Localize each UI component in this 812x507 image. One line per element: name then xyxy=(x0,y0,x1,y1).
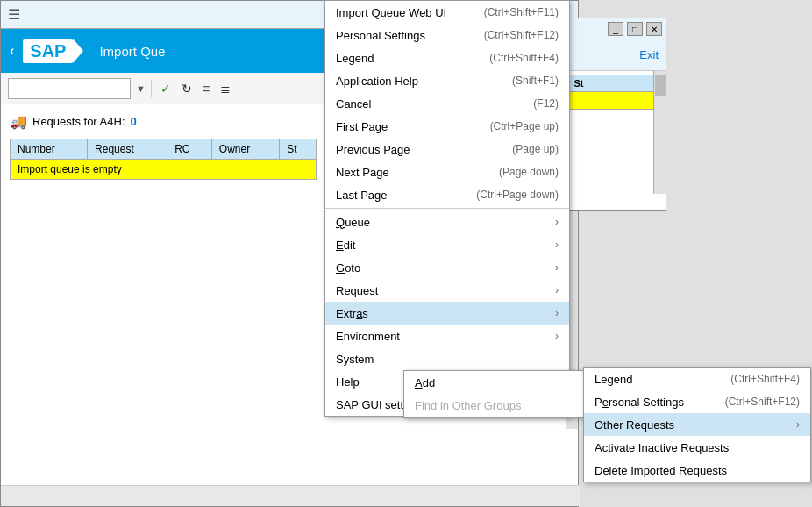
menu-label: Legend xyxy=(336,52,472,65)
menu-item-next-page[interactable]: Next Page (Page down) xyxy=(325,161,569,183)
submenu-label: Delete Imported Requests xyxy=(595,464,727,477)
menu-shortcut: (Ctrl+Shift+F12) xyxy=(484,29,559,41)
second-scrollbar-thumb[interactable] xyxy=(655,75,666,96)
arrow-icon: › xyxy=(555,307,559,319)
col-request: Request xyxy=(88,139,167,160)
menu-label: Edit xyxy=(336,239,548,252)
menu-label: Cancel xyxy=(336,97,516,111)
menu-label: Import Queue Web UI xyxy=(336,6,467,19)
menu-label: First Page xyxy=(336,120,473,133)
menu-item-system[interactable]: System xyxy=(325,347,569,370)
minimize-button[interactable]: _ xyxy=(608,22,623,36)
menu-label: Extras xyxy=(336,307,548,320)
menu-shortcut: (Ctrl+Page up) xyxy=(490,120,559,132)
truck-icon: 🚚 xyxy=(10,113,27,130)
menu-item-legend[interactable]: Legend (Ctrl+Shift+F4) xyxy=(325,46,569,69)
submenu-item-add[interactable]: Add xyxy=(404,371,587,394)
menu-item-queue[interactable]: Queue › xyxy=(325,211,569,233)
submenu-label: Personal Settings xyxy=(595,396,684,409)
maximize-button[interactable]: □ xyxy=(627,22,643,36)
submenu-item-other-requests[interactable]: Other Requests › xyxy=(584,413,810,436)
arrow-icon: › xyxy=(555,330,559,342)
submenu-shortcut: (Ctrl+Shift+F4) xyxy=(730,373,800,385)
submenu-item-find-in-other-groups: Find in Other Groups xyxy=(404,394,587,417)
menu-shortcut: (Ctrl+Shift+F4) xyxy=(489,52,559,64)
table-row: Import queue is empty xyxy=(11,160,317,180)
submenu-label: Find in Other Groups xyxy=(415,399,521,412)
menu-label: Next Page xyxy=(336,166,481,179)
main-dropdown-menu: Import Queue Web UI (Ctrl+Shift+F11) Per… xyxy=(324,0,570,417)
align-left-button[interactable]: ≡ xyxy=(199,80,213,97)
sap-window-title: Import Que xyxy=(99,44,165,59)
menu-label: Previous Page xyxy=(336,143,495,156)
menu-item-personal-settings[interactable]: Personal Settings (Ctrl+Shift+F12) xyxy=(325,24,569,46)
back-button[interactable]: ‹ xyxy=(10,43,14,59)
menu-label: Queue xyxy=(336,216,548,229)
data-table: Number Request RC Owner St Import queue … xyxy=(10,139,317,180)
menu-item-goto[interactable]: Goto › xyxy=(325,256,569,279)
menu-item-extras[interactable]: Extras › xyxy=(325,302,569,325)
menu-label: Application Help xyxy=(336,75,495,88)
submenu-label: Add xyxy=(415,376,435,389)
arrow-icon: › xyxy=(555,239,559,251)
menu-item-edit[interactable]: Edit › xyxy=(325,233,569,256)
menu-item-first-page[interactable]: First Page (Ctrl+Page up) xyxy=(325,115,569,138)
toolbar-divider xyxy=(151,80,152,97)
submenu-label: Other Requests xyxy=(595,418,674,432)
menu-item-import-queue-web-ui[interactable]: Import Queue Web UI (Ctrl+Shift+F11) xyxy=(325,1,569,24)
menu-separator xyxy=(325,208,569,209)
submenu-add: Add Find in Other Groups xyxy=(403,370,588,418)
submenu-label: Legend xyxy=(595,373,632,386)
menu-label: Last Page xyxy=(336,189,459,202)
empty-message: Import queue is empty xyxy=(11,160,317,180)
close-button[interactable]: ✕ xyxy=(646,22,662,36)
submenu-label: Activate Inactive Requests xyxy=(595,441,729,454)
arrow-icon: › xyxy=(555,216,559,228)
requests-count: 0 xyxy=(131,115,137,128)
menu-item-request[interactable]: Request › xyxy=(325,279,569,302)
col-number: Number xyxy=(11,139,88,160)
sap-logo: SAP xyxy=(23,39,73,63)
menu-label: Request xyxy=(336,284,548,297)
hamburger-icon[interactable]: ☰ xyxy=(8,6,20,23)
arrow-icon: › xyxy=(555,261,559,274)
submenu-shortcut: (Ctrl+Shift+F12) xyxy=(725,396,800,408)
submenu-item-activate-inactive[interactable]: Activate Inactive Requests xyxy=(584,436,810,459)
submenu-item-legend[interactable]: Legend (Ctrl+Shift+F4) xyxy=(584,368,810,390)
menu-shortcut: (Shift+F1) xyxy=(512,75,559,87)
menu-shortcut: (Page down) xyxy=(499,166,559,178)
menu-shortcut: (Page up) xyxy=(512,143,559,155)
arrow-icon: › xyxy=(555,284,559,296)
check-button[interactable]: ✓ xyxy=(157,80,175,97)
submenu-item-personal-settings[interactable]: Personal Settings (Ctrl+Shift+F12) xyxy=(584,390,810,413)
menu-item-last-page[interactable]: Last Page (Ctrl+Page down) xyxy=(325,183,569,206)
col-rc: RC xyxy=(167,139,212,160)
exit-button[interactable]: Exit xyxy=(639,48,659,61)
menu-label: Goto xyxy=(336,261,548,275)
menu-label: System xyxy=(336,353,559,366)
arrow-icon: › xyxy=(796,418,800,431)
col-owner: Owner xyxy=(211,139,279,160)
col-st: St xyxy=(280,139,317,160)
menu-label: Personal Settings xyxy=(336,29,467,42)
menu-item-environment[interactable]: Environment › xyxy=(325,325,569,347)
align-right-button[interactable]: ≣ xyxy=(217,80,234,97)
menu-label: Environment xyxy=(336,330,548,343)
refresh-button[interactable]: ↻ xyxy=(178,80,196,97)
submenu-other-requests: Legend (Ctrl+Shift+F4) Personal Settings… xyxy=(583,367,811,482)
menu-shortcut: (F12) xyxy=(533,97,559,110)
requests-label: Requests for A4H: xyxy=(32,115,125,128)
second-scrollbar[interactable] xyxy=(653,71,666,194)
submenu-item-delete-imported[interactable]: Delete Imported Requests xyxy=(584,459,810,482)
menu-shortcut: (Ctrl+Page down) xyxy=(476,189,559,201)
status-bar xyxy=(1,485,580,506)
menu-item-application-help[interactable]: Application Help (Shift+F1) xyxy=(325,69,569,92)
toolbar-input[interactable] xyxy=(8,78,131,99)
sap-logo-text: SAP xyxy=(23,39,73,63)
menu-shortcut: (Ctrl+Shift+F11) xyxy=(484,6,559,18)
menu-item-previous-page[interactable]: Previous Page (Page up) xyxy=(325,138,569,161)
menu-item-cancel[interactable]: Cancel (F12) xyxy=(325,92,569,115)
